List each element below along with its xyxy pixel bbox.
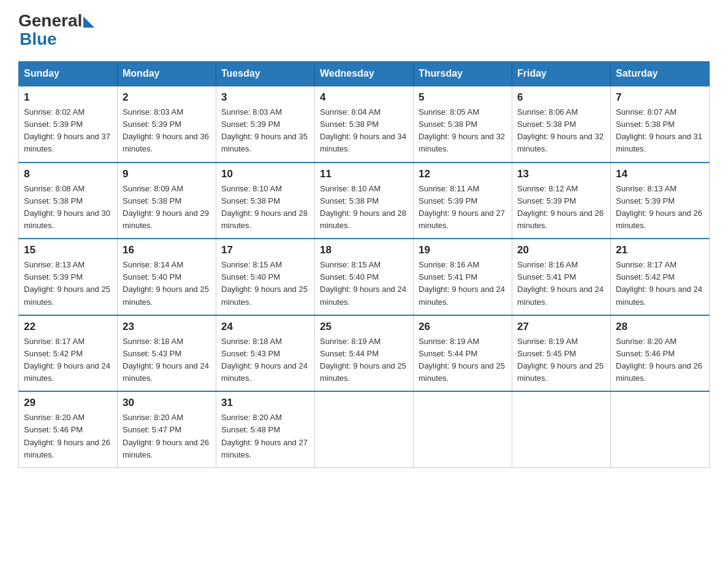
calendar-cell: 14Sunrise: 8:13 AMSunset: 5:39 PMDayligh… <box>611 163 710 239</box>
day-number: 9 <box>123 168 211 180</box>
calendar-cell: 10Sunrise: 8:10 AMSunset: 5:38 PMDayligh… <box>216 163 315 239</box>
logo-general: General <box>18 12 82 29</box>
day-info: Sunrise: 8:03 AMSunset: 5:39 PMDaylight:… <box>123 106 211 156</box>
calendar-cell: 5Sunrise: 8:05 AMSunset: 5:38 PMDaylight… <box>414 86 512 163</box>
calendar-cell: 19Sunrise: 8:16 AMSunset: 5:41 PMDayligh… <box>414 239 512 315</box>
day-info: Sunrise: 8:20 AMSunset: 5:46 PMDaylight:… <box>24 412 112 461</box>
calendar-cell: 21Sunrise: 8:17 AMSunset: 5:42 PMDayligh… <box>611 239 710 315</box>
day-info: Sunrise: 8:16 AMSunset: 5:41 PMDaylight:… <box>419 259 507 308</box>
header-cell-saturday: Saturday <box>611 62 710 86</box>
calendar-cell: 11Sunrise: 8:10 AMSunset: 5:38 PMDayligh… <box>315 163 414 239</box>
day-info: Sunrise: 8:17 AMSunset: 5:42 PMDaylight:… <box>616 259 704 308</box>
week-row-4: 22Sunrise: 8:17 AMSunset: 5:42 PMDayligh… <box>19 315 710 392</box>
day-number: 17 <box>221 244 309 256</box>
day-number: 3 <box>221 91 309 104</box>
day-info: Sunrise: 8:06 AMSunset: 5:38 PMDaylight:… <box>517 106 605 156</box>
day-number: 6 <box>517 91 605 104</box>
day-info: Sunrise: 8:04 AMSunset: 5:38 PMDaylight:… <box>320 106 408 156</box>
calendar-cell: 2Sunrise: 8:03 AMSunset: 5:39 PMDaylight… <box>118 86 216 163</box>
day-info: Sunrise: 8:20 AMSunset: 5:46 PMDaylight:… <box>616 335 704 385</box>
header-row: SundayMondayTuesdayWednesdayThursdayFrid… <box>19 62 710 86</box>
day-info: Sunrise: 8:03 AMSunset: 5:39 PMDaylight:… <box>221 106 309 156</box>
calendar-cell: 31Sunrise: 8:20 AMSunset: 5:48 PMDayligh… <box>216 391 315 467</box>
day-info: Sunrise: 8:07 AMSunset: 5:38 PMDaylight:… <box>616 106 704 156</box>
day-number: 18 <box>320 244 408 256</box>
day-number: 22 <box>24 321 112 333</box>
calendar-cell: 9Sunrise: 8:09 AMSunset: 5:38 PMDaylight… <box>118 163 216 239</box>
day-number: 30 <box>123 397 211 409</box>
day-info: Sunrise: 8:05 AMSunset: 5:38 PMDaylight:… <box>419 106 507 156</box>
calendar-cell: 8Sunrise: 8:08 AMSunset: 5:38 PMDaylight… <box>19 163 118 239</box>
calendar-cell: 6Sunrise: 8:06 AMSunset: 5:38 PMDaylight… <box>512 86 611 163</box>
week-row-1: 1Sunrise: 8:02 AMSunset: 5:39 PMDaylight… <box>19 86 710 163</box>
day-number: 11 <box>320 168 408 180</box>
day-number: 7 <box>616 91 704 104</box>
calendar-cell: 24Sunrise: 8:18 AMSunset: 5:43 PMDayligh… <box>216 315 315 392</box>
calendar-cell: 25Sunrise: 8:19 AMSunset: 5:44 PMDayligh… <box>315 315 414 392</box>
day-number: 29 <box>24 397 112 409</box>
day-number: 19 <box>419 244 507 256</box>
day-info: Sunrise: 8:19 AMSunset: 5:44 PMDaylight:… <box>419 335 507 385</box>
calendar-table: SundayMondayTuesdayWednesdayThursdayFrid… <box>18 61 710 468</box>
day-info: Sunrise: 8:10 AMSunset: 5:38 PMDaylight:… <box>221 183 309 232</box>
calendar-cell: 13Sunrise: 8:12 AMSunset: 5:39 PMDayligh… <box>512 163 611 239</box>
day-info: Sunrise: 8:13 AMSunset: 5:39 PMDaylight:… <box>616 183 704 232</box>
week-row-3: 15Sunrise: 8:13 AMSunset: 5:39 PMDayligh… <box>19 239 710 315</box>
day-number: 25 <box>320 321 408 333</box>
calendar-cell: 22Sunrise: 8:17 AMSunset: 5:42 PMDayligh… <box>19 315 118 392</box>
day-info: Sunrise: 8:09 AMSunset: 5:38 PMDaylight:… <box>123 183 211 232</box>
calendar-cell: 20Sunrise: 8:16 AMSunset: 5:41 PMDayligh… <box>512 239 611 315</box>
calendar-cell: 17Sunrise: 8:15 AMSunset: 5:40 PMDayligh… <box>216 239 315 315</box>
calendar-cell: 23Sunrise: 8:18 AMSunset: 5:43 PMDayligh… <box>118 315 216 392</box>
day-number: 5 <box>419 91 507 104</box>
calendar-cell: 27Sunrise: 8:19 AMSunset: 5:45 PMDayligh… <box>512 315 611 392</box>
day-info: Sunrise: 8:19 AMSunset: 5:44 PMDaylight:… <box>320 335 408 385</box>
week-row-2: 8Sunrise: 8:08 AMSunset: 5:38 PMDaylight… <box>19 163 710 239</box>
day-info: Sunrise: 8:20 AMSunset: 5:47 PMDaylight:… <box>123 412 211 461</box>
day-number: 27 <box>517 321 605 333</box>
calendar-cell <box>414 391 512 467</box>
day-info: Sunrise: 8:15 AMSunset: 5:40 PMDaylight:… <box>221 259 309 308</box>
header-cell-thursday: Thursday <box>414 62 512 86</box>
day-number: 16 <box>123 244 211 256</box>
day-number: 15 <box>24 244 112 256</box>
day-number: 10 <box>221 168 309 180</box>
day-info: Sunrise: 8:08 AMSunset: 5:38 PMDaylight:… <box>24 183 112 232</box>
day-info: Sunrise: 8:14 AMSunset: 5:40 PMDaylight:… <box>123 259 211 308</box>
header-cell-sunday: Sunday <box>19 62 118 86</box>
day-info: Sunrise: 8:18 AMSunset: 5:43 PMDaylight:… <box>123 335 211 385</box>
day-info: Sunrise: 8:16 AMSunset: 5:41 PMDaylight:… <box>517 259 605 308</box>
day-info: Sunrise: 8:18 AMSunset: 5:43 PMDaylight:… <box>221 335 309 385</box>
calendar-cell: 28Sunrise: 8:20 AMSunset: 5:46 PMDayligh… <box>611 315 710 392</box>
page-header: General Blue <box>18 12 710 49</box>
calendar-cell: 1Sunrise: 8:02 AMSunset: 5:39 PMDaylight… <box>19 86 118 163</box>
day-info: Sunrise: 8:19 AMSunset: 5:45 PMDaylight:… <box>517 335 605 385</box>
day-number: 8 <box>24 168 112 180</box>
day-number: 2 <box>123 91 211 104</box>
day-number: 20 <box>517 244 605 256</box>
day-number: 14 <box>616 168 704 180</box>
day-number: 24 <box>221 321 309 333</box>
day-number: 23 <box>123 321 211 333</box>
day-info: Sunrise: 8:11 AMSunset: 5:39 PMDaylight:… <box>419 183 507 232</box>
calendar-cell: 16Sunrise: 8:14 AMSunset: 5:40 PMDayligh… <box>118 239 216 315</box>
calendar-cell: 30Sunrise: 8:20 AMSunset: 5:47 PMDayligh… <box>118 391 216 467</box>
day-number: 13 <box>517 168 605 180</box>
calendar-cell: 29Sunrise: 8:20 AMSunset: 5:46 PMDayligh… <box>19 391 118 467</box>
day-number: 28 <box>616 321 704 333</box>
calendar-cell: 7Sunrise: 8:07 AMSunset: 5:38 PMDaylight… <box>611 86 710 163</box>
day-number: 26 <box>419 321 507 333</box>
day-info: Sunrise: 8:17 AMSunset: 5:42 PMDaylight:… <box>24 335 112 385</box>
day-number: 1 <box>24 91 112 104</box>
day-info: Sunrise: 8:20 AMSunset: 5:48 PMDaylight:… <box>221 412 309 461</box>
day-number: 31 <box>221 397 309 409</box>
logo-blue: Blue <box>20 29 94 49</box>
day-info: Sunrise: 8:02 AMSunset: 5:39 PMDaylight:… <box>24 106 112 156</box>
header-cell-tuesday: Tuesday <box>216 62 315 86</box>
logo-triangle-icon <box>83 17 94 28</box>
logo: General Blue <box>18 12 94 49</box>
calendar-cell <box>512 391 611 467</box>
day-info: Sunrise: 8:12 AMSunset: 5:39 PMDaylight:… <box>517 183 605 232</box>
calendar-header: SundayMondayTuesdayWednesdayThursdayFrid… <box>19 62 710 86</box>
day-info: Sunrise: 8:15 AMSunset: 5:40 PMDaylight:… <box>320 259 408 308</box>
